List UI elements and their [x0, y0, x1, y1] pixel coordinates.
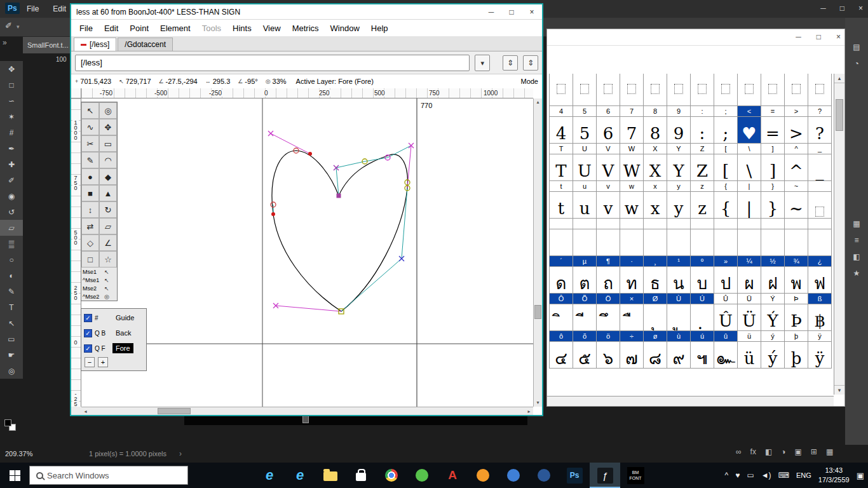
glyph-label-cell[interactable] [808, 218, 832, 229]
glyph-cell[interactable]: ผ [738, 266, 761, 293]
glyph-label-cell[interactable]: × [620, 293, 644, 304]
glyph-label-cell[interactable]: Û [714, 293, 738, 304]
glyph-cell[interactable]: ๚ [691, 341, 714, 368]
taskbar-app-explorer[interactable] [315, 463, 346, 488]
photoshop-menu-item[interactable]: File [27, 4, 39, 13]
glyph-cell[interactable]: 7 [620, 116, 644, 143]
layer-mask-button[interactable]: ◧ [765, 447, 772, 456]
status-zoom-level[interactable]: 209.37% [5, 450, 32, 458]
scroll-down-icon[interactable]: ▾ [534, 399, 542, 407]
glyph-label-cell[interactable]: [ [714, 143, 738, 154]
glyph-label-cell[interactable]: õ [573, 330, 597, 341]
glyph-label-cell[interactable]: ü [738, 330, 761, 341]
layer-visibility-checkbox[interactable]: ✓ [84, 344, 92, 353]
layer-visibility-checkbox[interactable]: ✓ [84, 329, 92, 337]
glyph-label-cell[interactable]: ß [808, 293, 832, 304]
new-layer-button[interactable]: ⊞ [811, 447, 817, 456]
skew-tool[interactable]: ▱ [99, 218, 117, 234]
glyph-label-cell[interactable]: 8 [644, 105, 667, 116]
glyph-label-cell[interactable]: ô [550, 330, 573, 341]
glyph-cell[interactable]: Ü [738, 304, 761, 330]
glyph-cell[interactable]: X [644, 154, 667, 180]
glyph-cell[interactable]: พ [785, 266, 808, 293]
taskbar-app-fontforge[interactable]: ƒ [590, 463, 620, 488]
type-tool[interactable]: T [0, 299, 23, 315]
glyph-label-cell[interactable]: ^ [785, 143, 808, 154]
glyph-label-cell[interactable] [644, 218, 667, 229]
maximize-button[interactable]: □ [501, 4, 522, 20]
dock-panel-icon-4[interactable]: ≡ [845, 233, 868, 248]
chevron-down-icon[interactable]: ▾ [17, 24, 20, 30]
glyph-label-cell[interactable]: ¼ [738, 255, 761, 266]
layer-name[interactable]: Back [112, 328, 134, 338]
glyph-label-cell[interactable] [550, 218, 573, 229]
glyph-cell[interactable]: 4 [550, 116, 573, 143]
glyph-cell[interactable]: U [573, 154, 597, 180]
ps-minimize-button[interactable]: ─ [820, 4, 826, 13]
glyph-label-cell[interactable] [761, 218, 785, 229]
glyph-label-cell[interactable]: · [620, 255, 644, 266]
tool-preset-icon[interactable]: ✐ [5, 21, 12, 30]
glyph-cell[interactable]: u [573, 191, 597, 218]
glyph-label-cell[interactable]: º [691, 255, 714, 266]
word-list-dropdown-button[interactable]: ▾ [475, 55, 490, 71]
pointer-tool[interactable]: ↖ [81, 102, 99, 119]
eyedropper-tool[interactable]: ✒ [0, 140, 23, 156]
glyph-label-cell[interactable]: ; [714, 105, 738, 116]
history-brush-tool[interactable]: ↺ [0, 204, 23, 220]
glyph-label-cell[interactable]: ? [808, 105, 832, 116]
glyph-label-cell[interactable] [785, 218, 808, 229]
ps-close-button[interactable]: × [858, 4, 863, 13]
tray-display-icon[interactable]: ▭ [747, 471, 754, 480]
dock-panel-icon-1[interactable]: ▤ [845, 39, 868, 55]
layer-flags[interactable]: # [95, 315, 110, 322]
glyph-cell[interactable]: V [597, 154, 620, 180]
knife-tool[interactable]: ✂ [81, 135, 99, 152]
glyph-label-cell[interactable]: 7 [620, 105, 644, 116]
glyph-label-cell[interactable]: } [761, 180, 785, 191]
glyph-cell[interactable]: > [785, 116, 808, 143]
glyph-cell[interactable] [691, 229, 714, 255]
glyph-label-cell[interactable]: ½ [761, 255, 785, 266]
glyph-label-cell[interactable]: Z [691, 143, 714, 154]
blur-tool[interactable]: ○ [0, 252, 23, 268]
glyph-cell[interactable]: ู [667, 304, 691, 330]
glyph-cell[interactable]: T [550, 154, 573, 180]
foreground-color-swatch[interactable] [4, 419, 11, 426]
tangent-point-tool[interactable]: ▲ [99, 185, 117, 201]
glyph-cell[interactable] [738, 74, 761, 105]
lasso-tool[interactable]: ∽ [0, 93, 23, 109]
magnify-tool[interactable]: ◎ [99, 102, 117, 119]
glyph-cell[interactable] [714, 74, 738, 105]
glyph-label-cell[interactable]: Ö [597, 293, 620, 304]
dock-panel-icon-5[interactable]: ◧ [845, 249, 868, 264]
glyph-cell[interactable]: v [597, 191, 620, 218]
layer-row[interactable]: ✓ # Guide [83, 310, 145, 325]
glyph-label-cell[interactable]: x [644, 180, 667, 191]
glyph-cell[interactable]: ♥ [738, 116, 761, 143]
shape-tool[interactable]: ▭ [0, 331, 23, 347]
glyph-cell[interactable]: ý [761, 341, 785, 368]
glyph-cell[interactable] [761, 74, 785, 105]
glyph-label-cell[interactable]: ÿ [808, 330, 832, 341]
glyph-label-cell[interactable]: T [550, 143, 573, 154]
glyph-label-cell[interactable]: ¿ [808, 255, 832, 266]
glyph-cell[interactable]: ฿ [808, 304, 832, 330]
taskbar-app-edge-1[interactable]: e [254, 463, 285, 488]
glyph-cell[interactable] [644, 229, 667, 255]
glyph-label-cell[interactable]: y [667, 180, 691, 191]
mouse-binding-row[interactable]: Mse1↖ [81, 268, 117, 276]
glyph-label-cell[interactable]: W [620, 143, 644, 154]
menu-item[interactable]: Window [325, 24, 365, 33]
glyph-label-cell[interactable]: 9 [667, 105, 691, 116]
scroll-down-icon[interactable]: ▾ [834, 385, 844, 395]
photoshop-menu-item[interactable]: Edit [53, 4, 66, 13]
move-tool[interactable]: ✥ [0, 61, 23, 77]
glyph-cell[interactable]: ถ [597, 266, 620, 293]
glyph-label-cell[interactable]: µ [573, 255, 597, 266]
glyph-cell[interactable]: ๗ [620, 341, 644, 368]
fv-close-button[interactable]: × [836, 32, 841, 41]
glyph-cell[interactable] [785, 74, 808, 105]
panel-collapse-chevron[interactable]: » [3, 38, 7, 47]
kern-adjust-button[interactable]: ⇕ [523, 55, 538, 71]
